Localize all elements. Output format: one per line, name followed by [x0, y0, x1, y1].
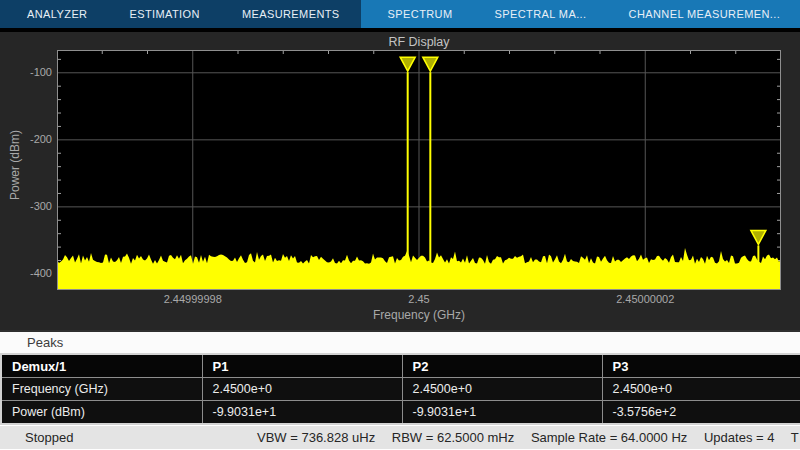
tab-channel-measurements[interactable]: CHANNEL MEASUREMEN... [608, 0, 800, 28]
status-bar: Stopped VBW = 736.828 uHz RBW = 62.5000 … [0, 426, 800, 449]
x-axis-label: Frequency (GHz) [57, 308, 781, 322]
table-cell: 2.4500e+0 [202, 378, 402, 401]
toolstrip-tabbar: ANALYZER ESTIMATION MEASUREMENTS SPECTRU… [0, 0, 800, 28]
table-row: Frequency (GHz) 2.4500e+0 2.4500e+0 2.45… [1, 378, 800, 401]
plot-title: RF Display [57, 35, 781, 49]
x-tick-label: 2.45000002 [590, 293, 700, 305]
peaks-table: Demux/1 P1 P2 P3 Frequency (GHz) 2.4500e… [0, 353, 800, 425]
status-state: Stopped [25, 430, 73, 445]
y-tick-label: -200 [2, 133, 52, 145]
status-rbw: RBW = 62.5000 mHz [392, 430, 514, 445]
table-cell: 2.4500e+0 [602, 378, 800, 401]
y-tick-label: -400 [2, 267, 52, 279]
y-tick-label: -100 [2, 66, 52, 78]
main-tab-group: ANALYZER ESTIMATION MEASUREMENTS [0, 0, 361, 28]
status-vbw: VBW = 736.828 uHz [257, 430, 375, 445]
status-updates: Updates = 4 [704, 430, 774, 445]
table-cell: -9.9031e+1 [402, 401, 602, 425]
spectrum-plot-canvas[interactable] [57, 50, 781, 290]
table-header-cell: P1 [202, 354, 402, 378]
x-tick-label: 2.45 [364, 293, 474, 305]
table-cell: -9.9031e+1 [202, 401, 402, 425]
rf-display-panel: RF Display Power (dBm) -100 -200 -300 -4… [0, 32, 800, 330]
table-row: Power (dBm) -9.9031e+1 -9.9031e+1 -3.575… [1, 401, 800, 425]
table-header-row: Demux/1 P1 P2 P3 [1, 354, 800, 378]
status-stats: VBW = 736.828 uHz RBW = 62.5000 mHz Samp… [257, 430, 800, 445]
tab-spectrum[interactable]: SPECTRUM [367, 0, 474, 28]
table-header-cell: P2 [402, 354, 602, 378]
status-sample-rate: Sample Rate = 64.0000 Hz [531, 430, 687, 445]
tab-analyzer[interactable]: ANALYZER [6, 0, 108, 28]
peaks-panel-title: Peaks [0, 332, 800, 353]
tab-spectral-mask[interactable]: SPECTRAL MA... [474, 0, 608, 28]
tab-estimation[interactable]: ESTIMATION [108, 0, 220, 28]
row-label: Power (dBm) [1, 401, 202, 425]
y-tick-label: -300 [2, 200, 52, 212]
y-axis-label: Power (dBm) [8, 45, 22, 285]
table-cell: 2.4500e+0 [402, 378, 602, 401]
contextual-tab-group: SPECTRUM SPECTRAL MA... CHANNEL MEASUREM… [361, 0, 800, 28]
status-time: T = 96.1719 [791, 430, 800, 445]
row-label: Frequency (GHz) [1, 378, 202, 401]
table-cell: -3.5756e+2 [602, 401, 800, 425]
table-header-cell: P3 [602, 354, 800, 378]
x-tick-label: 2.44999998 [138, 293, 248, 305]
table-header-cell: Demux/1 [1, 354, 202, 378]
tab-measurements[interactable]: MEASUREMENTS [221, 0, 361, 28]
